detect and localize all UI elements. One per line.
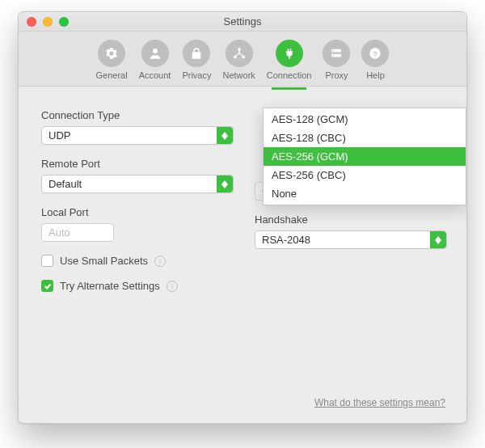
tab-label: Network <box>222 70 255 80</box>
select-stepper-icon <box>430 231 446 248</box>
titlebar: Settings <box>19 12 466 32</box>
tab-label: Help <box>366 70 385 80</box>
remote-port-label: Remote Port <box>41 158 234 170</box>
close-window-button[interactable] <box>27 17 36 27</box>
minimize-window-button[interactable] <box>43 17 53 27</box>
tab-label: Proxy <box>325 70 348 80</box>
connection-type-value: UDP <box>48 129 70 142</box>
toolbar: General Account Privacy Network Connecti… <box>19 32 466 87</box>
help-icon: ? <box>361 40 389 67</box>
settings-window: Settings General Account Privacy Networ <box>18 11 467 424</box>
tab-network[interactable]: Network <box>222 38 255 80</box>
user-icon <box>141 40 169 67</box>
traffic-lights <box>19 17 69 27</box>
dropdown-item[interactable]: AES-256 (CBC) <box>264 166 466 184</box>
left-column: Connection Type UDP Remote Port Default <box>41 109 234 292</box>
select-stepper-icon <box>217 175 233 192</box>
dropdown-item[interactable]: None <box>264 184 466 203</box>
info-icon[interactable]: i <box>154 256 166 267</box>
encryption-dropdown-popup[interactable]: AES-128 (GCM) AES-128 (CBC) AES-256 (GCM… <box>263 108 466 205</box>
lock-icon <box>183 40 210 67</box>
plug-icon <box>276 40 303 67</box>
connection-type-label: Connection Type <box>41 109 234 121</box>
tab-label: Connection <box>267 70 312 80</box>
handshake-select[interactable]: RSA-2048 <box>255 230 447 249</box>
local-port-input[interactable]: Auto <box>41 223 114 242</box>
svg-point-1 <box>238 47 241 50</box>
local-port-placeholder: Auto <box>48 226 70 239</box>
use-small-packets-checkbox[interactable] <box>41 255 53 267</box>
help-link[interactable]: What do these settings mean? <box>314 397 445 408</box>
remote-port-select[interactable]: Default <box>41 175 234 193</box>
svg-point-6 <box>333 49 335 51</box>
try-alternate-checkbox[interactable] <box>41 280 53 292</box>
gear-icon <box>98 40 125 67</box>
svg-point-7 <box>333 54 335 56</box>
use-small-packets-label: Use Small Packets <box>60 255 148 267</box>
try-alternate-row[interactable]: Try Alternate Settings i <box>41 280 234 292</box>
window-title: Settings <box>19 15 466 27</box>
svg-point-0 <box>153 49 158 53</box>
dropdown-item[interactable]: AES-128 (GCM) <box>264 110 466 129</box>
select-stepper-icon <box>217 127 233 144</box>
handshake-value: RSA-2048 <box>262 234 310 246</box>
svg-text:?: ? <box>373 49 377 57</box>
connection-type-select[interactable]: UDP <box>41 126 234 145</box>
remote-port-value: Default <box>48 178 82 190</box>
tab-account[interactable]: Account <box>139 38 171 80</box>
info-icon[interactable]: i <box>167 281 178 292</box>
tab-label: General <box>96 70 128 80</box>
use-small-packets-row[interactable]: Use Small Packets i <box>41 255 234 267</box>
tab-label: Privacy <box>182 70 211 80</box>
tab-proxy[interactable]: Proxy <box>323 38 350 80</box>
tab-label: Account <box>139 70 171 80</box>
tab-general[interactable]: General <box>96 38 128 80</box>
local-port-label: Local Port <box>41 206 234 218</box>
server-icon <box>323 40 350 67</box>
tab-privacy[interactable]: Privacy <box>182 38 211 80</box>
network-icon <box>226 40 253 67</box>
dropdown-item[interactable]: AES-256 (GCM) <box>264 147 466 166</box>
dropdown-item[interactable]: AES-128 (CBC) <box>264 129 466 147</box>
handshake-label: Handshake <box>255 213 447 226</box>
try-alternate-label: Try Alternate Settings <box>60 280 160 292</box>
zoom-window-button[interactable] <box>59 17 69 27</box>
tab-help[interactable]: ? Help <box>361 38 389 80</box>
tab-connection[interactable]: Connection <box>267 38 312 80</box>
